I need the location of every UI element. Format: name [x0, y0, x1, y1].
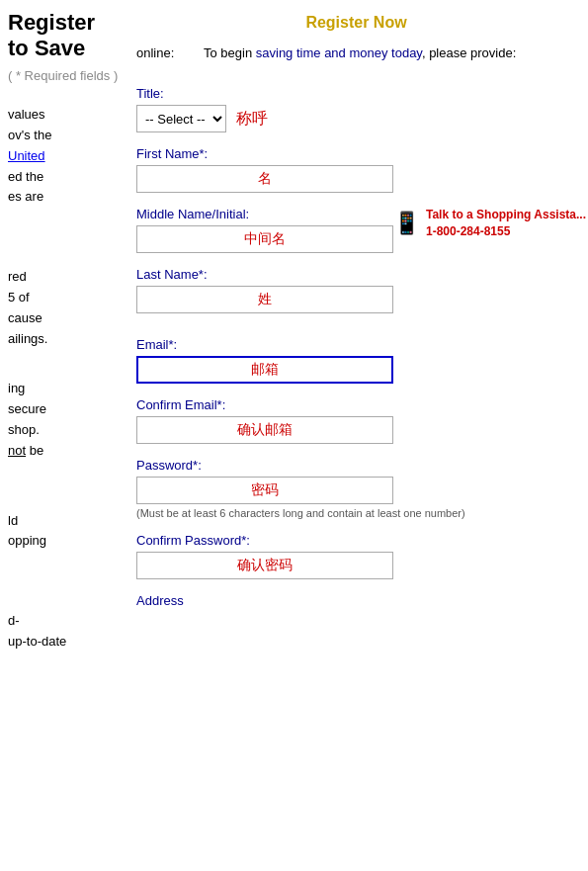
online-row: online: To begin saving time and money t… [136, 45, 576, 78]
confirm-email-group: Confirm Email*: [136, 397, 576, 444]
last-name-group: Last Name*: [136, 267, 576, 313]
confirm-email-label: Confirm Email*: [136, 397, 576, 412]
sidebar-text: shop. [8, 420, 121, 441]
phone-icon: 📱 [393, 211, 420, 236]
sidebar-text: not be [8, 441, 121, 462]
last-name-label: Last Name*: [136, 267, 576, 282]
middle-name-input[interactable] [136, 225, 393, 253]
page-title: Register to Save [8, 10, 121, 62]
confirm-password-input[interactable] [136, 552, 393, 579]
assistant-info: Talk to a Shopping Assista... 1-800-284-… [426, 207, 586, 240]
sidebar-text: d- [8, 611, 121, 632]
first-name-input[interactable] [136, 165, 393, 193]
sidebar-block-5: d- up-to-date [8, 611, 121, 653]
last-name-input[interactable] [136, 286, 393, 313]
sidebar-text: values [8, 105, 121, 126]
title-select-wrapper: -- Select -- Mr. Mrs. Ms. Dr. 称呼 [136, 105, 268, 132]
sidebar-text: ed the [8, 167, 121, 188]
assistant-box: 📱 Talk to a Shopping Assista... 1-800-28… [393, 207, 586, 240]
sidebar-block-3: ing secure shop. not be [8, 379, 121, 461]
confirm-password-group: Confirm Password*: [136, 533, 576, 579]
sidebar-text: opping [8, 531, 121, 552]
email-label: Email*: [136, 337, 576, 352]
middle-name-group: Middle Name/Initial: 📱 Talk to a Shoppin… [136, 207, 576, 253]
title-label: Title: [136, 86, 576, 101]
left-sidebar: Register to Save ( * Required fields ) v… [0, 0, 128, 871]
password-label: Password*: [136, 458, 576, 473]
assistant-phone: 1-800-284-8155 [426, 223, 586, 240]
title-group: Title: -- Select -- Mr. Mrs. Ms. Dr. 称呼 [136, 86, 576, 132]
email-input[interactable] [136, 356, 393, 384]
sidebar-text: ld [8, 511, 121, 532]
sidebar-text: secure [8, 399, 121, 420]
first-name-label: First Name*: [136, 146, 576, 161]
sidebar-text: cause [8, 308, 121, 329]
register-now-heading: Register Now [136, 14, 576, 32]
first-name-group: First Name*: [136, 146, 576, 193]
confirm-password-label: Confirm Password*: [136, 533, 576, 548]
required-fields-note: ( * Required fields ) [8, 66, 121, 86]
sidebar-text: up-to-date [8, 632, 121, 653]
main-content: Register Now online: To begin saving tim… [128, 0, 588, 871]
address-hint: Address [136, 593, 576, 608]
assistant-talk-text: Talk to a Shopping Assista... [426, 207, 586, 223]
sidebar-text: United [8, 146, 121, 167]
title-chinese-label: 称呼 [236, 109, 268, 130]
sidebar-text: ing [8, 379, 121, 399]
password-input[interactable] [136, 477, 393, 504]
online-label: online: [136, 45, 196, 78]
confirm-email-input[interactable] [136, 416, 393, 444]
intro-text: To begin saving time and money today, pl… [204, 45, 516, 60]
title-select[interactable]: -- Select -- Mr. Mrs. Ms. Dr. [136, 105, 226, 132]
sidebar-text: ov's the [8, 126, 121, 146]
password-hint: (Must be at least 6 characters long and … [136, 507, 532, 519]
sidebar-text: es are [8, 187, 121, 208]
sidebar-block-4: ld opping [8, 511, 121, 553]
sidebar-block-1: values ov's the United ed the es are [8, 105, 121, 208]
sidebar-text: red [8, 267, 121, 288]
sidebar-text: 5 of [8, 288, 121, 308]
password-group: Password*: (Must be at least 6 character… [136, 458, 576, 519]
sidebar-text: ailings. [8, 329, 121, 350]
email-group: Email*: [136, 337, 576, 384]
sidebar-block-2: red 5 of cause ailings. [8, 267, 121, 349]
